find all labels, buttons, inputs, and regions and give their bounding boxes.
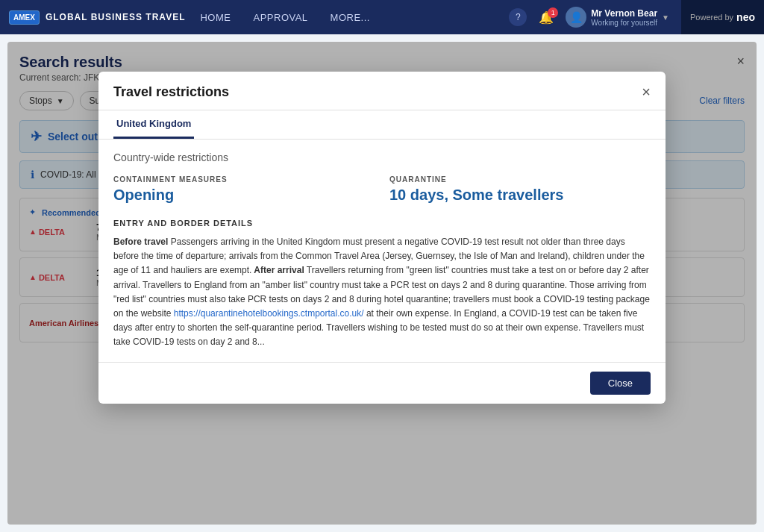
modal-footer: Close <box>98 362 666 404</box>
after-arrival-label: After arrival <box>251 265 304 275</box>
nav-more[interactable]: MORE... <box>331 12 370 23</box>
modal-overlay[interactable]: Travel restrictions × United Kingdom Cou… <box>7 42 757 525</box>
main-container: Search results Current search: JFK - New… <box>7 42 757 525</box>
tab-united-kingdom[interactable]: United Kingdom <box>113 110 194 139</box>
powered-by: Powered by neo <box>681 0 764 34</box>
modal-title: Travel restrictions <box>113 84 229 100</box>
nav-right: ? 🔔 1 👤 Mr Vernon Bear Working for yours… <box>509 0 755 34</box>
chevron-down-icon: ▼ <box>662 13 669 22</box>
neo-logo: neo <box>736 11 755 23</box>
entry-section-title: ENTRY AND BORDER DETAILS <box>113 219 651 228</box>
quarantine-measure: QUARANTINE 10 days, Some travellers <box>389 175 651 204</box>
modal-header: Travel restrictions × <box>98 72 666 110</box>
entry-text: Before travel Passengers arriving in the… <box>113 235 651 350</box>
quarantine-link[interactable]: https://quarantinehotelbookings.ctmporta… <box>174 308 364 319</box>
containment-measure: CONTAINMENT MEASURES Opening <box>113 175 375 204</box>
measures-grid: CONTAINMENT MEASURES Opening QUARANTINE … <box>113 175 651 204</box>
modal-close-button[interactable]: × <box>642 84 651 101</box>
user-menu[interactable]: 👤 Mr Vernon Bear Working for yourself ▼ <box>566 7 669 28</box>
section-title: Country-wide restrictions <box>113 151 651 163</box>
notification-badge: 1 <box>548 7 558 18</box>
brand-name: GLOBAL BUSINESS TRAVEL <box>46 12 186 22</box>
quarantine-value: 10 days, Some travellers <box>389 187 651 204</box>
modal-tabs: United Kingdom <box>98 110 666 140</box>
avatar: 👤 <box>566 7 586 28</box>
navigation-bar: AMEX GLOBAL BUSINESS TRAVEL HOME APPROVA… <box>0 0 764 34</box>
nav-home[interactable]: HOME <box>200 12 231 23</box>
containment-label: CONTAINMENT MEASURES <box>113 175 375 184</box>
amex-logo: AMEX <box>9 10 40 25</box>
containment-value: Opening <box>113 187 375 204</box>
brand-logo[interactable]: AMEX GLOBAL BUSINESS TRAVEL <box>9 10 185 25</box>
nav-links: HOME APPROVAL MORE... <box>200 12 509 23</box>
quarantine-label: QUARANTINE <box>389 175 651 184</box>
help-icon[interactable]: ? <box>509 8 527 26</box>
user-details: Mr Vernon Bear Working for yourself <box>591 8 657 27</box>
notification-icon[interactable]: 🔔 1 <box>539 10 554 25</box>
travel-restrictions-modal: Travel restrictions × United Kingdom Cou… <box>98 72 666 404</box>
nav-approval[interactable]: APPROVAL <box>253 12 307 23</box>
user-name: Mr Vernon Bear <box>591 8 657 19</box>
modal-body[interactable]: Country-wide restrictions CONTAINMENT ME… <box>98 140 666 362</box>
before-travel-label: Before travel <box>113 237 168 247</box>
user-subtitle: Working for yourself <box>591 19 657 27</box>
modal-close-footer-button[interactable]: Close <box>590 372 651 395</box>
